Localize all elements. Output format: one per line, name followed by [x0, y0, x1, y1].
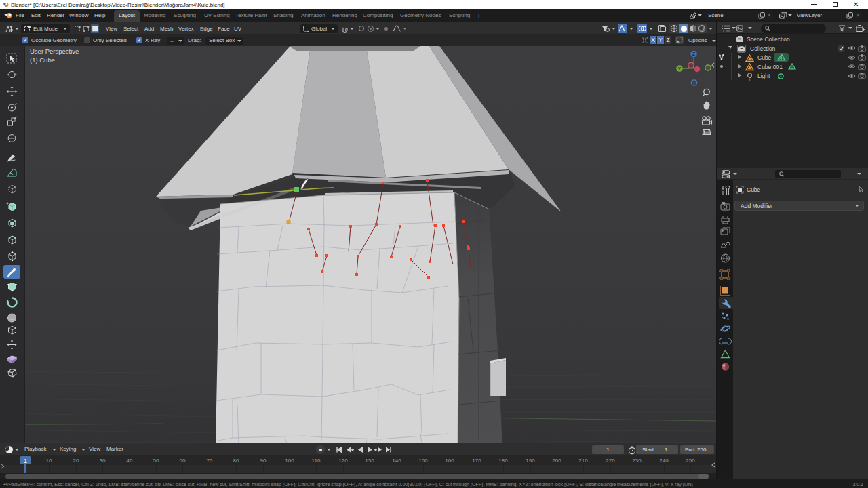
svg-text:Z: Z [692, 52, 695, 56]
svg-text:Y: Y [678, 66, 682, 71]
svg-text:(1) Cube: (1) Cube [30, 56, 55, 64]
svg-text:User Perspective: User Perspective [30, 47, 79, 55]
